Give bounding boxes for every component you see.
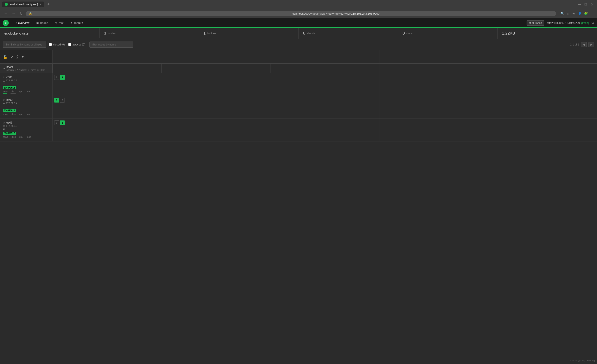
nodes-icon: ▣ <box>36 21 39 24</box>
index-name-text[interactable]: itcast <box>6 65 50 69</box>
profile-icon[interactable]: 👤 <box>577 11 582 16</box>
nav-overview-label: overview <box>18 21 29 24</box>
node-col-1-header <box>53 50 161 63</box>
size-stat: 1.22KB <box>498 28 597 39</box>
sort-az-button[interactable]: AZ <box>16 54 18 60</box>
docs-count: 0 <box>403 31 405 36</box>
shard-badge-es02-1[interactable]: 2 <box>60 98 65 102</box>
heap-bar-es02 <box>3 116 7 116</box>
lock-toggle-button[interactable]: 🔓 <box>3 54 8 60</box>
node-metrics-es03: heap disk cpu load <box>3 136 50 138</box>
filter-indices-input[interactable] <box>3 42 46 48</box>
menu-icon[interactable]: ⋮ <box>589 11 594 16</box>
pagination-text: 1-1 of 1 <box>570 43 579 46</box>
pagination-info: 1-1 of 1 ◀ ▶ <box>570 42 594 47</box>
star-es03-icon[interactable]: ☆ <box>3 121 5 124</box>
shard-badge-es03-0[interactable]: 0 <box>54 120 59 125</box>
close-tab-button[interactable]: ✕ <box>39 3 41 6</box>
special-checkbox[interactable] <box>68 43 71 46</box>
back-button[interactable]: ← <box>3 11 9 16</box>
shard-badge-es01-1[interactable]: 2 <box>60 75 65 80</box>
next-page-button[interactable]: ▶ <box>589 42 594 47</box>
reload-button[interactable]: ↻ <box>18 11 24 16</box>
node-name-es02: ☆ es02 <box>3 98 50 101</box>
shard-cell-es01-5 <box>488 73 597 96</box>
node-ip-es03: 🖴 172.21.0.3 <box>3 125 50 127</box>
minimize-button[interactable]: ─ <box>577 2 582 7</box>
indices-count: 1 <box>203 31 205 36</box>
nav-overview[interactable]: ⊙ overview <box>11 19 32 26</box>
main-content: 🔓 ⤢ AZ ▼ ▼ itcast shards: 3 * 2| docs: 0… <box>0 50 597 141</box>
nav-more-label: more ▾ <box>74 21 83 24</box>
load-label-es02: load <box>27 113 31 116</box>
node-info-es03: ☆ es03 🖴 172.21.0.3 ⇄ 536870912 heap dis… <box>0 119 53 141</box>
indices-stat: 1 indices <box>199 28 298 39</box>
nav-nodes[interactable]: ▣ nodes <box>33 19 51 26</box>
node-row-es03: ☆ es03 🖴 172.21.0.3 ⇄ 536870912 heap dis… <box>0 119 597 141</box>
refresh-button[interactable]: ↺ ↺ 15sec <box>526 20 544 26</box>
settings-icon[interactable]: ⚙ <box>591 21 594 25</box>
node-tag-es03: 536870912 <box>3 132 16 135</box>
maximize-button[interactable]: □ <box>583 2 588 7</box>
node-col-4-header <box>379 50 488 63</box>
node-col-2-header <box>161 50 270 63</box>
special-checkbox-label[interactable]: .special (0) <box>68 43 85 46</box>
stats-bar: es-docker-cluster 3 nodes 1 indices 6 sh… <box>0 28 597 39</box>
svg-text:C: C <box>5 22 6 24</box>
metric-bars-es01 <box>3 93 50 93</box>
close-window-button[interactable]: ✕ <box>589 2 595 7</box>
shards-label: shards <box>307 32 315 35</box>
nav-rest[interactable]: ✎ rest <box>52 19 67 26</box>
browser-tab[interactable]: es-docker-cluster[green] ✕ <box>2 1 44 7</box>
node-ip-text-es01: 172.21.0.2 <box>6 79 17 82</box>
shard-cells-es02: 0 2 <box>53 96 597 118</box>
shard-cell-es03-index1: 0 1 <box>53 119 161 141</box>
prev-page-button[interactable]: ◀ <box>581 42 587 47</box>
node-tag-es02: 536870912 <box>3 109 16 112</box>
closed-label: closed (0) <box>53 43 65 46</box>
node-col-5-header <box>488 50 597 63</box>
bookmark-icon[interactable]: ☆ <box>566 11 571 16</box>
star-es02-icon[interactable]: ☆ <box>3 98 5 101</box>
disk-icon-es03: 🖴 <box>3 125 5 127</box>
metric-bars-es02 <box>3 116 50 116</box>
node-ip-text-es02: 172.21.0.4 <box>6 102 17 104</box>
lock-icon: 🔒 <box>29 12 290 15</box>
node-info-es02: ☆ es02 🖴 172.21.0.4 ⇄ 536870912 heap dis… <box>0 96 53 118</box>
star-icon[interactable]: ★ <box>571 11 576 16</box>
closed-checkbox[interactable] <box>49 43 52 46</box>
forward-button[interactable]: → <box>10 11 17 16</box>
index-chevron-icon[interactable]: ▼ <box>3 67 6 70</box>
cpu-label-es02: cpu <box>19 113 23 116</box>
sort-direction-button[interactable]: ▼ <box>21 54 25 59</box>
node-info-es01: ☆ es01 🖴 172.21.0.2 ⇄ 536870912 heap dis… <box>0 73 53 96</box>
shard-badge-es03-1[interactable]: 1 <box>60 120 65 125</box>
node-tag-es01: 536870912 <box>3 86 16 89</box>
filter-nodes-input[interactable] <box>89 42 133 48</box>
shards-stat: 6 shards <box>299 28 398 39</box>
address-bar[interactable]: 🔒 localhost:9000/#!/overview?host=http:%… <box>26 11 556 16</box>
nav-more[interactable]: ✦ more ▾ <box>67 19 86 26</box>
shard-badge-es01-0[interactable]: 1 <box>54 75 59 80</box>
node-columns-header <box>53 50 597 63</box>
nodes-count: 3 <box>104 31 106 36</box>
new-tab-button[interactable]: + <box>46 2 51 7</box>
node-ip-text-es03: 172.21.0.3 <box>6 125 17 127</box>
host-status: [green] <box>581 21 589 24</box>
app-navigation: ⊙ overview ▣ nodes ✎ rest ✦ more ▾ <box>11 19 526 26</box>
heap-label-es03: heap <box>3 136 8 138</box>
extension-icon[interactable]: 🧩 <box>583 11 589 16</box>
star-es01-icon[interactable]: ☆ <box>3 76 5 79</box>
node-transport-es03: ⇄ <box>3 128 50 131</box>
disk-bar-es03 <box>10 139 16 139</box>
search-icon[interactable]: 🔍 <box>560 11 565 16</box>
shard-badge-es02-0[interactable]: 0 <box>54 98 59 102</box>
expand-button[interactable]: ⤢ <box>10 54 14 60</box>
size-value: 1.22KB <box>502 31 515 36</box>
index-meta-text: shards: 3 * 2| docs: 0 | size: 624.00b <box>6 69 50 71</box>
shard-cell-es02-3 <box>270 96 379 118</box>
node-name-text-es01: es01 <box>6 75 12 79</box>
table-header-row: 🔓 ⤢ AZ ▼ <box>0 50 597 64</box>
browser-chrome: es-docker-cluster[green] ✕ + ─ □ ✕ ← → ↻… <box>0 0 597 18</box>
closed-checkbox-label[interactable]: closed (0) <box>49 43 65 46</box>
